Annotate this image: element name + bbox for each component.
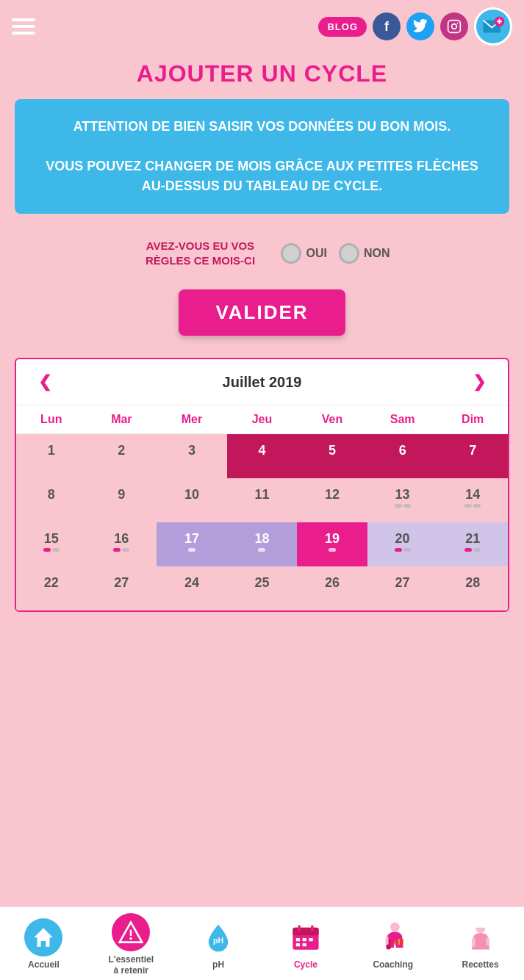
info-text: ATTENTION DE BIEN SAISIR VOS DONNÉES DU … [37,117,487,196]
cal-day-14[interactable]: 14 [437,478,508,522]
cal-day-25[interactable]: 25 [227,566,298,610]
next-month-button[interactable]: ❯ [465,370,493,394]
essentiel-icon [112,913,150,951]
recettes-icon [462,918,500,956]
cal-day-15[interactable]: 15 [16,522,87,566]
cal-day-5[interactable]: 5 [297,434,367,478]
prev-month-button[interactable]: ❮ [31,370,59,394]
oui-radio-circle [281,243,301,264]
header-icons: BLOG f [318,7,512,46]
nav-ph[interactable]: pH pH [189,918,248,970]
bottom-nav: Accueil L'essentielà retenir pH pH [0,907,524,980]
cal-day-13[interactable]: 13 [367,478,438,522]
svg-rect-13 [292,928,318,936]
main-content: AJOUTER UN CYCLE ATTENTION DE BIEN SAISI… [0,60,524,693]
cal-header-lun: Lun [16,406,87,434]
cal-day-22[interactable]: 22 [16,566,87,610]
cal-day-28[interactable]: 28 [437,566,508,610]
svg-rect-29 [475,925,487,928]
svg-marker-7 [35,929,54,948]
svg-point-1 [452,24,457,29]
svg-rect-17 [302,938,306,941]
cal-day-7[interactable]: 7 [437,434,508,478]
cal-day-2[interactable]: 2 [87,434,157,478]
question-label: AVEZ-VOUS EU VOS RÈGLES CE MOIS-CI [134,239,266,267]
non-radio[interactable]: NON [339,243,390,264]
cal-header-sam: Sam [367,406,438,434]
cycle-icon [287,918,325,956]
ph-icon: pH [199,918,237,956]
essentiel-label: L'essentielà retenir [108,954,154,976]
instagram-icon[interactable] [440,12,468,40]
svg-point-2 [457,23,459,24]
non-radio-circle [339,243,359,264]
valider-button[interactable]: VALIDER [179,289,345,336]
cal-day-19[interactable]: 19 [297,522,367,566]
svg-rect-23 [385,937,388,945]
svg-rect-15 [311,926,314,932]
coaching-label: Coaching [373,959,413,970]
cal-day-18[interactable]: 18 [227,522,298,566]
cal-day-9[interactable]: 9 [87,478,157,522]
cal-header-jeu: Jeu [227,406,298,434]
cal-header-dim: Dim [437,406,508,434]
svg-rect-18 [309,938,312,941]
svg-rect-19 [296,943,300,946]
cal-day-6[interactable]: 6 [367,434,438,478]
hamburger-menu[interactable] [12,18,35,35]
ph-label: pH [212,959,224,970]
twitter-icon[interactable] [406,12,434,40]
svg-rect-16 [296,938,300,941]
oui-label: OUI [306,247,326,260]
cal-day-12[interactable]: 12 [297,478,367,522]
header: BLOG f [0,0,524,53]
cal-day-20[interactable]: 20 [367,522,438,566]
nav-recettes[interactable]: Recettes [451,918,510,970]
nav-coaching[interactable]: Coaching [364,918,423,970]
cal-header-mer: Mer [157,406,227,434]
svg-rect-20 [302,943,306,946]
radio-section: AVEZ-VOUS EU VOS RÈGLES CE MOIS-CI OUI N… [15,231,509,275]
cycle-label: Cycle [294,959,317,970]
svg-rect-14 [298,926,301,932]
non-label: NON [364,247,390,260]
cal-day-4[interactable]: 4 [227,434,298,478]
svg-point-21 [390,923,400,932]
cal-day-23[interactable]: 27 [87,566,157,610]
svg-rect-30 [472,938,475,948]
svg-text:pH: pH [213,936,223,945]
cal-day-1[interactable]: 1 [16,434,87,478]
cal-day-11[interactable]: 11 [227,478,298,522]
mail-icon[interactable] [474,7,512,46]
blog-button[interactable]: BLOG [318,17,367,37]
cal-day-10[interactable]: 10 [157,478,227,522]
calendar-month: Juillet 2019 [223,374,302,391]
cal-day-17[interactable]: 17 [157,522,227,566]
radio-options: OUI NON [281,243,390,264]
coaching-icon [374,918,412,956]
nav-accueil[interactable]: Accueil [14,918,73,970]
cal-day-24[interactable]: 24 [157,566,227,610]
cal-day-27[interactable]: 27 [367,566,438,610]
cal-day-8[interactable]: 8 [16,478,87,522]
cal-day-3[interactable]: 3 [157,434,227,478]
page-title: AJOUTER UN CYCLE [15,60,509,87]
nav-essentiel[interactable]: L'essentielà retenir [101,913,160,976]
oui-radio[interactable]: OUI [281,243,326,264]
recettes-label: Recettes [462,959,499,970]
facebook-icon[interactable]: f [373,12,401,40]
accueil-icon [24,918,62,956]
svg-rect-0 [448,21,461,33]
svg-rect-31 [486,938,489,946]
cal-header-mar: Mar [87,406,157,434]
calendar-nav: ❮ Juillet 2019 ❯ [16,359,508,406]
cal-header-ven: Ven [297,406,367,434]
calendar-grid: Lun Mar Mer Jeu Ven Sam Dim 1 2 3 4 5 6 … [16,406,508,610]
calendar: ❮ Juillet 2019 ❯ Lun Mar Mer Jeu Ven Sam… [15,358,509,612]
cal-day-21[interactable]: 21 [437,522,508,566]
accueil-label: Accueil [28,959,60,970]
cal-day-26[interactable]: 26 [297,566,367,610]
svg-point-10 [130,937,132,940]
nav-cycle[interactable]: Cycle [276,918,335,970]
cal-day-16[interactable]: 16 [87,522,157,566]
